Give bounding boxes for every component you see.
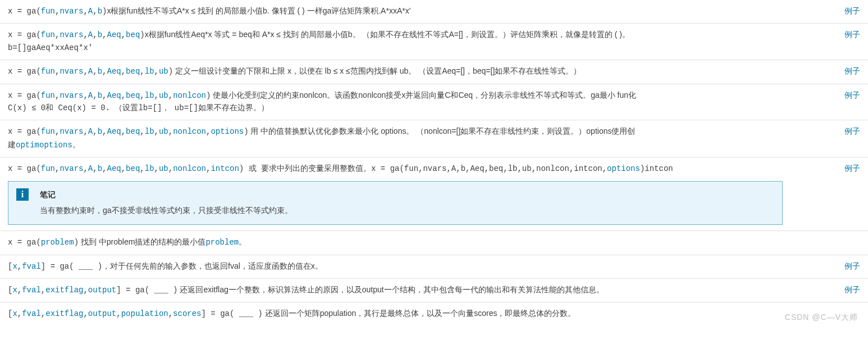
arg-b[interactable]: b xyxy=(98,7,102,16)
out-x[interactable]: x xyxy=(12,262,17,271)
code-lead: x = ga( xyxy=(8,30,41,39)
code-trail: ) xyxy=(168,67,173,76)
code-trail: ) xyxy=(74,238,79,247)
note-body: 当有整数约束时，ga不接受非线性等式约束，只接受非线性不等式约束。 xyxy=(40,204,774,216)
info-icon: i xyxy=(16,188,29,201)
arg-intcon[interactable]: intcon xyxy=(211,164,239,173)
arg-options[interactable]: options xyxy=(211,127,244,136)
syntax-row: 例子 [x,fval] = ga( ___ )，对于任何先前的输入参数，也返回f… xyxy=(0,255,868,278)
syntax-row: x = ga(problem) 找到 中problem描述的结构的最小值prob… xyxy=(0,230,868,254)
arg-b[interactable]: b xyxy=(98,91,102,100)
out-scores[interactable]: scores xyxy=(173,309,201,318)
out-exitflag[interactable]: exitflag xyxy=(45,309,83,318)
out-x[interactable]: x xyxy=(12,286,17,295)
example-link[interactable]: 例子 xyxy=(844,65,860,77)
out-fval[interactable]: fval xyxy=(22,309,41,318)
link-optimoptions[interactable]: optimoptions xyxy=(16,141,72,150)
arg-b[interactable]: b xyxy=(98,30,102,39)
out-fval[interactable]: fval xyxy=(22,262,41,271)
arg-fun[interactable]: fun xyxy=(41,7,55,16)
arg-b[interactable]: b xyxy=(98,164,102,173)
arg-a[interactable]: A xyxy=(88,67,93,76)
arg-nvars[interactable]: nvars xyxy=(60,30,83,39)
syntax-content: x = ga(fun,nvars,A,b,Aeq,beq,lb,ub,nonlc… xyxy=(8,125,833,151)
arg-fun[interactable]: fun xyxy=(41,127,55,136)
example-link[interactable]: 例子 xyxy=(844,260,860,272)
example-link[interactable]: 例子 xyxy=(844,162,860,174)
arg-nvars[interactable]: nvars xyxy=(60,7,83,16)
arg-fun[interactable]: fun xyxy=(41,67,55,76)
arg-b[interactable]: b xyxy=(98,127,102,136)
syntax-row: 例子 x = ga(fun,nvars,A,b,Aeq,beq,lb,ub) 定… xyxy=(0,60,868,83)
arg-lb[interactable]: lb xyxy=(145,67,154,76)
code-lead: x = ga( xyxy=(8,91,41,100)
desc-text: x根据fun线性不等式A*x ≤ 找到 的局部最小值b. 像转置 ( ) 一样g… xyxy=(107,6,410,15)
arg-nonlcon[interactable]: nonlcon xyxy=(173,164,206,173)
arg-a[interactable]: A xyxy=(88,7,93,16)
desc-text: 定义一组设计变量的下限和上限 x，以便在 lb ≤ x ≤范围内找到解 ub。 … xyxy=(173,66,581,75)
example-link[interactable]: 例子 xyxy=(844,4,860,17)
note-title: 笔记 xyxy=(40,188,774,201)
arg-aeq[interactable]: Aeq xyxy=(107,30,121,39)
example-link[interactable]: 例子 xyxy=(844,283,860,296)
code-lead: x = ga( xyxy=(8,7,41,16)
arg-b[interactable]: b xyxy=(98,67,102,76)
example-link[interactable]: 例子 xyxy=(844,89,860,101)
desc-text: 使最小化受到定义的约束nonlcon。该函数nonlcon接受x并返回向量C和C… xyxy=(211,91,636,100)
syntax-row: 例子 x = ga(fun,nvars,A,b,Aeq,beq,lb,ub,no… xyxy=(0,120,868,157)
arg-nonlcon[interactable]: nonlcon xyxy=(173,127,206,136)
arg-nonlcon[interactable]: nonlcon xyxy=(173,91,206,100)
syntax-content: [x,fval,exitflag,output,population,score… xyxy=(8,307,833,320)
arg-fun[interactable]: fun xyxy=(41,30,55,39)
out-x[interactable]: x xyxy=(12,309,17,318)
arg-beq[interactable]: beq xyxy=(126,164,140,173)
desc-text: 找到 中problem描述的结构的最小值 xyxy=(79,237,205,246)
arg-lb[interactable]: lb xyxy=(145,91,154,100)
arg-beq[interactable]: beq xyxy=(126,30,140,39)
arg-a[interactable]: A xyxy=(88,91,93,100)
arg-lb[interactable]: lb xyxy=(145,164,154,173)
out-exitflag[interactable]: exitflag xyxy=(45,286,83,295)
arg-beq[interactable]: beq xyxy=(126,127,140,136)
arg-nvars[interactable]: nvars xyxy=(60,67,83,76)
out-population[interactable]: population xyxy=(121,309,168,318)
arg-ub[interactable]: ub xyxy=(159,164,168,173)
arg-fun[interactable]: fun xyxy=(41,91,55,100)
link-options[interactable]: options xyxy=(607,164,640,173)
code-lead: x = ga( xyxy=(8,67,41,76)
arg-nvars[interactable]: nvars xyxy=(60,127,83,136)
syntax-content: x = ga(fun,nvars,A,b,Aeq,beq,lb,ub,nonlc… xyxy=(8,89,833,115)
arg-fun[interactable]: fun xyxy=(41,164,55,173)
arg-aeq[interactable]: Aeq xyxy=(107,91,121,100)
desc-line-2: C(x) ≤ 0和 Ceq(x) = 0. （设置lb=[]， ub=[]如果不… xyxy=(8,102,833,114)
out-output[interactable]: output xyxy=(88,309,116,318)
arg-ub[interactable]: ub xyxy=(159,127,168,136)
arg-a[interactable]: A xyxy=(88,30,93,39)
arg-aeq[interactable]: Aeq xyxy=(107,127,121,136)
syntax-row: 例子 x = ga(fun,nvars,A,b,Aeq,beq,lb,ub,no… xyxy=(0,157,868,230)
arg-nvars[interactable]: nvars xyxy=(60,164,83,173)
arg-lb[interactable]: lb xyxy=(145,127,154,136)
note-box: i 笔记 当有整数约束时，ga不接受非线性等式约束，只接受非线性不等式约束。 xyxy=(8,181,783,225)
out-trail: ] = ga( ___ ) xyxy=(41,262,102,271)
out-fval[interactable]: fval xyxy=(22,286,41,295)
arg-beq[interactable]: beq xyxy=(126,91,140,100)
desc-text: x根据fun线性Aeq*x 等式 = beq和 A*x ≤ 找到 的局部最小值b… xyxy=(145,30,630,39)
link-problem[interactable]: problem xyxy=(205,238,239,247)
syntax-content: x = ga(fun,nvars,A,b,Aeq,beq,lb,ub) 定义一组… xyxy=(8,65,833,78)
arg-a[interactable]: A xyxy=(88,127,93,136)
arg-nvars[interactable]: nvars xyxy=(60,91,83,100)
arg-ub[interactable]: ub xyxy=(159,67,168,76)
arg-a[interactable]: A xyxy=(88,164,93,173)
out-output[interactable]: output xyxy=(88,286,116,295)
out-trail: ] = ga( ___ ) xyxy=(202,309,263,318)
arg-problem[interactable]: problem xyxy=(41,238,74,247)
arg-ub[interactable]: ub xyxy=(159,91,168,100)
code-lead: x = ga( xyxy=(8,164,41,173)
arg-aeq[interactable]: Aeq xyxy=(107,67,121,76)
example-link[interactable]: 例子 xyxy=(844,28,860,40)
syntax-content: [x,fval,exitflag,output] = ga( ___ ) 还返回… xyxy=(8,283,833,296)
arg-aeq[interactable]: Aeq xyxy=(107,164,121,173)
arg-beq[interactable]: beq xyxy=(126,67,140,76)
example-link[interactable]: 例子 xyxy=(844,125,860,137)
